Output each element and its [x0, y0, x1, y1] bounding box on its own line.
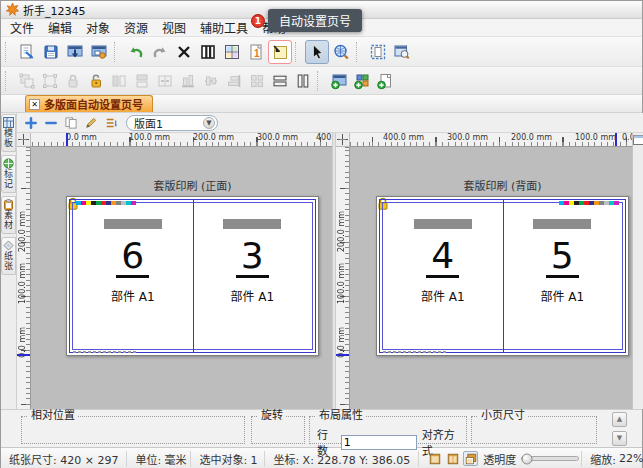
add-layout-button[interactable]	[327, 70, 350, 92]
callout-tooltip: 自动设置页号	[268, 9, 362, 32]
add-icon	[23, 115, 38, 130]
panel-toggle-button[interactable]	[633, 135, 643, 145]
reorder-layout-button[interactable]	[101, 114, 120, 132]
export-document-button[interactable]	[15, 40, 39, 64]
rename-icon	[83, 115, 98, 130]
arrange-toolbar	[1, 67, 642, 95]
equal-rows-button[interactable]	[268, 70, 291, 92]
auto-page-number-button[interactable]	[268, 40, 292, 64]
assets-icon	[3, 199, 14, 210]
work-area: 模板标记素材纸张 版面1 ▼ 0.0 mm100.0 mm200.0 mm300…	[1, 113, 642, 409]
save-button[interactable]	[39, 40, 63, 64]
undo-button[interactable]	[124, 40, 148, 64]
align-grid-button	[245, 70, 268, 92]
canvas-back: 400.0 mm300.0 mm200.0 mm100.0 mm0.0 mm20…	[336, 133, 632, 409]
close-icon[interactable]: ✕	[29, 99, 40, 110]
menu-资源[interactable]: 资源	[117, 18, 155, 37]
equal-columns-button[interactable]	[291, 70, 314, 92]
flip-horizontal-icon	[110, 72, 128, 90]
save-workspace-button[interactable]	[63, 40, 87, 64]
add-page-button[interactable]	[373, 70, 396, 92]
preview-button[interactable]	[390, 40, 414, 64]
add-layout-item-button[interactable]	[21, 114, 40, 132]
remove-layout-item-button[interactable]	[41, 114, 60, 132]
rename-layout-button[interactable]	[81, 114, 100, 132]
ruler-tick-label: 400.0 mm	[383, 133, 424, 142]
equal-rows-icon	[271, 72, 289, 90]
ruler-zero-marker	[17, 354, 30, 356]
page-area[interactable]: 套版印刷 (正面) 6 部件 A1 3 部件 A1	[31, 147, 332, 409]
page-number-icon: 1	[247, 43, 265, 61]
menu-辅助工具[interactable]: 辅助工具	[193, 18, 255, 37]
page-header-bar	[223, 219, 281, 229]
pan-zoom-button[interactable]	[329, 40, 353, 64]
undo-icon	[127, 43, 145, 61]
plate-overview-button[interactable]	[220, 40, 244, 64]
imposed-page[interactable]: 5 部件 A1	[503, 203, 623, 349]
selection-status: 选中对象: 1	[191, 451, 265, 467]
view-mode-double-button[interactable]	[445, 451, 460, 466]
opacity-slider-thumb[interactable]	[522, 453, 533, 464]
slug-line	[73, 351, 137, 353]
view-restore-icon	[464, 451, 478, 465]
properties-scrollbar[interactable]: ▲ ▼	[612, 412, 627, 446]
swap-pages-button	[153, 70, 176, 92]
duplicate-layout-button[interactable]	[61, 114, 80, 132]
menu-视图[interactable]: 视图	[155, 18, 193, 37]
layout-select[interactable]: 版面1 ▼	[126, 115, 218, 131]
swap-pages-icon	[156, 72, 174, 90]
sidebar-tab-纸张[interactable]: 纸张	[1, 237, 16, 275]
save-workspace-icon	[66, 43, 84, 61]
ruler-origin-button[interactable]	[336, 133, 350, 147]
fit-page-button[interactable]	[366, 40, 390, 64]
toolbar-separator	[114, 42, 121, 62]
flip-horizontal-button	[107, 70, 130, 92]
ruler-zero-marker	[615, 133, 617, 146]
page-number: 5	[546, 238, 579, 278]
duplicate-icon	[63, 115, 78, 130]
unlock-button[interactable]	[84, 70, 107, 92]
press-sheet[interactable]: 6 部件 A1 3 部件 A1	[66, 196, 319, 356]
opacity-slider[interactable]	[521, 456, 579, 461]
marks-icon	[3, 158, 14, 169]
imposed-page[interactable]: 4 部件 A1	[383, 203, 503, 349]
document-tab[interactable]: ✕ 多版面自动设置页号	[25, 95, 153, 112]
imposed-page[interactable]: 3 部件 A1	[193, 203, 313, 349]
view-mode-restore-button[interactable]	[463, 451, 478, 466]
add-page-icon	[376, 72, 394, 90]
menu-文件[interactable]: 文件	[3, 18, 41, 37]
rotation-group: 旋转	[251, 416, 305, 444]
sidebar-tab-标记[interactable]: 标记	[1, 155, 16, 193]
rows-input[interactable]	[341, 435, 417, 450]
align-bottom-button	[176, 70, 199, 92]
lock-button	[61, 70, 84, 92]
press-sheet[interactable]: 4 部件 A1 5 部件 A1	[376, 196, 629, 356]
imposed-page[interactable]: 6 部件 A1	[73, 203, 193, 349]
unit-status: 单位: 毫米	[127, 451, 191, 467]
add-components-button[interactable]	[350, 70, 373, 92]
part-label: 部件 A1	[421, 287, 465, 304]
view-mode-single-button[interactable]	[427, 451, 442, 466]
chevron-down-icon[interactable]: ▼	[203, 117, 215, 129]
columns-view-button[interactable]	[196, 40, 220, 64]
delete-button[interactable]	[172, 40, 196, 64]
import-button[interactable]	[87, 40, 111, 64]
add-layout-icon	[330, 72, 348, 90]
relative-position-group: 相对位置	[21, 416, 245, 444]
select-tool-button[interactable]	[305, 40, 329, 64]
sidebar-tab-模板[interactable]: 模板	[1, 114, 16, 152]
scroll-up-icon[interactable]: ▲	[612, 412, 627, 427]
ruler-tick-label: 200.0 mm	[511, 133, 552, 142]
scroll-down-icon[interactable]: ▼	[612, 431, 627, 446]
redo-button[interactable]	[148, 40, 172, 64]
set-page-number-button[interactable]: 1	[244, 40, 268, 64]
sheet-title: 套版印刷 (正面)	[66, 177, 319, 193]
sidebar-tab-素材[interactable]: 素材	[1, 196, 16, 234]
menu-对象[interactable]: 对象	[79, 18, 117, 37]
properties-panel: 相对位置 旋转 布局属性 行数 对齐方式 小页尺寸 ▲ ▼	[1, 409, 642, 447]
menu-编辑[interactable]: 编辑	[41, 18, 79, 37]
callout: 1 自动设置页号	[251, 9, 362, 32]
ruler-origin-button[interactable]	[17, 133, 31, 147]
canvas-front: 0.0 mm100.0 mm200.0 mm300.0 mm400.0 mm20…	[17, 133, 332, 409]
page-area[interactable]: 套版印刷 (背面) 4 部件 A1 5 部件 A1	[350, 147, 632, 409]
